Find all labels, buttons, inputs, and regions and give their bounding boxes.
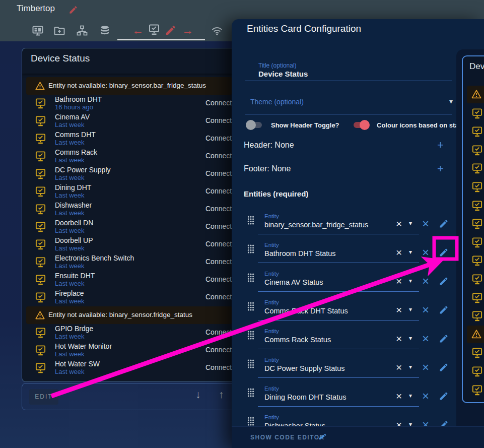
edit-card-button[interactable]: EDIT (29, 389, 58, 405)
show-header-toggle-switch[interactable] (246, 120, 263, 130)
clear-entity-icon[interactable]: × (396, 390, 402, 402)
entity-caret-down-icon[interactable]: ▾ (409, 220, 412, 227)
clear-entity-icon[interactable]: × (396, 275, 402, 287)
move-card-up-icon[interactable]: ↑ (219, 389, 224, 401)
clear-entity-icon[interactable]: × (396, 333, 402, 345)
title-field-input[interactable]: Device Status (258, 70, 308, 78)
remove-row-icon[interactable]: × (422, 360, 429, 374)
add-footer-plus-icon[interactable]: + (437, 162, 444, 175)
remove-row-icon[interactable]: × (422, 217, 429, 231)
drag-handle-icon[interactable] (245, 300, 256, 313)
edit-row-pencil-icon[interactable] (439, 391, 449, 401)
edit-tab-pencil-icon[interactable] (165, 24, 177, 36)
tab-monitor-check-icon[interactable] (148, 24, 160, 36)
remove-row-icon[interactable]: × (422, 274, 429, 288)
entity-row[interactable]: Dining DHT Last week Connected (22, 183, 236, 201)
entity-last-changed[interactable]: Last week (55, 139, 85, 146)
show-code-editor-button[interactable]: SHOW CODE EDITOR (250, 434, 325, 441)
monitor-check-icon (471, 126, 483, 138)
entity-row[interactable]: Comms DHT Last week Connected (22, 130, 236, 148)
entity-field-value[interactable]: DC Power Supply Status (264, 364, 345, 372)
tab-sitemap-icon[interactable] (76, 25, 88, 37)
entity-last-changed[interactable]: Last week (55, 262, 85, 270)
clear-entity-icon[interactable]: × (396, 246, 402, 259)
entity-row[interactable]: Comms Rack Last week Connected (22, 148, 236, 165)
entity-field-value[interactable]: Comms Rack Status (264, 336, 331, 344)
edit-title-pencil-icon[interactable] (68, 5, 78, 15)
drag-handle-icon[interactable] (245, 271, 256, 284)
entity-last-changed[interactable]: Last week (55, 121, 85, 129)
theme-select-label[interactable]: Theme (optional) (250, 98, 304, 106)
entity-row[interactable]: Cinema AV Last week Connected (22, 112, 236, 130)
add-header-plus-icon[interactable]: + (437, 139, 444, 152)
monitor-check-icon (471, 218, 483, 230)
colour-icons-toggle-switch[interactable] (353, 120, 370, 130)
entity-field-value[interactable]: Bathroom DHT Status (264, 249, 336, 258)
entity-last-changed[interactable]: Last week (55, 191, 85, 199)
entity-last-changed[interactable]: Last week (55, 297, 85, 305)
entity-row[interactable]: Bathroom DHT 16 hours ago Connected (22, 95, 236, 112)
monitor-check-icon (471, 292, 483, 304)
entity-row[interactable]: Ensuite DHT Last week Connected (22, 271, 236, 289)
entity-last-changed[interactable]: Last week (55, 174, 85, 181)
entity-caret-down-icon[interactable]: ▾ (409, 277, 412, 284)
entity-row[interactable]: GPIO Brdge Last week Connected (22, 324, 236, 342)
edit-row-pencil-icon[interactable] (439, 247, 449, 258)
preview-entity-row (463, 381, 484, 400)
entity-row[interactable]: Hot Water SW Last week Connected (22, 359, 236, 377)
drag-handle-icon[interactable] (245, 386, 256, 399)
entity-row[interactable]: Fireplace Last week Connected (22, 289, 236, 306)
entity-last-changed[interactable]: Last week (55, 209, 85, 217)
entity-last-changed[interactable]: Last week (55, 280, 85, 287)
entity-field-value[interactable]: Dining Room DHT Status (264, 393, 347, 401)
entity-field-value[interactable]: binary_sensor.bar_fridge_status (264, 221, 368, 229)
entity-caret-down-icon[interactable]: ▾ (409, 363, 412, 370)
entity-last-changed[interactable]: Last week (55, 368, 85, 375)
entity-caret-down-icon[interactable]: ▾ (409, 306, 412, 313)
warning-icon (471, 329, 482, 340)
tab-dashboard-icon[interactable] (32, 25, 44, 37)
entity-field-value[interactable]: Comms Rack DHT Status (264, 307, 348, 315)
move-tab-right-icon[interactable]: → (182, 23, 193, 37)
entity-last-changed[interactable]: 16 hours ago (55, 103, 93, 111)
remove-row-icon[interactable]: × (422, 332, 429, 346)
entity-last-changed[interactable]: Last week (55, 227, 85, 234)
edit-row-pencil-icon[interactable] (439, 362, 449, 372)
tab-database-icon[interactable] (99, 25, 111, 37)
entity-row[interactable]: Hot Water Monitor Last week Connected (22, 342, 236, 359)
theme-caret-down-icon[interactable]: ▾ (449, 97, 453, 105)
entity-caret-down-icon[interactable]: ▾ (409, 392, 412, 399)
entity-last-changed[interactable]: Last week (55, 333, 85, 340)
remove-row-icon[interactable]: × (422, 303, 429, 317)
drag-handle-icon[interactable] (245, 329, 256, 342)
drag-handle-icon[interactable] (245, 357, 256, 370)
remove-row-icon[interactable]: × (422, 389, 429, 403)
move-card-down-icon[interactable]: ↓ (195, 389, 201, 401)
warning-icon (35, 310, 45, 321)
entity-last-changed[interactable]: Last week (55, 350, 85, 358)
entity-row[interactable]: Doorbell DN Last week Connected (22, 218, 236, 236)
entity-row[interactable]: Electronics Bench Switch Last week Conne… (22, 253, 236, 271)
move-tab-left-icon[interactable]: ← (132, 23, 144, 37)
entity-field-value[interactable]: Cinema AV Status (264, 278, 323, 286)
monitor-check-icon (35, 345, 46, 356)
clear-entity-icon[interactable]: × (396, 218, 402, 230)
entity-last-changed[interactable]: Last week (55, 244, 85, 252)
drag-handle-icon[interactable] (245, 242, 256, 255)
remove-row-icon[interactable]: × (422, 245, 429, 260)
edit-row-pencil-icon[interactable] (439, 334, 449, 344)
tab-folder-upload-icon[interactable] (53, 25, 65, 37)
clear-entity-icon[interactable]: × (396, 304, 402, 316)
entity-row[interactable]: Dishwasher Last week Connected (22, 201, 236, 218)
edit-row-pencil-icon[interactable] (439, 305, 449, 315)
edit-row-pencil-icon[interactable] (439, 276, 449, 286)
entity-last-changed[interactable]: Last week (55, 156, 85, 164)
entity-caret-down-icon[interactable]: ▾ (409, 335, 412, 342)
entity-row[interactable]: DC Power Supply Last week Connected (22, 165, 236, 183)
entity-caret-down-icon[interactable]: ▾ (409, 248, 412, 255)
edit-row-pencil-icon[interactable] (439, 219, 449, 229)
clear-entity-icon[interactable]: × (396, 361, 402, 373)
drag-handle-icon[interactable] (245, 214, 256, 227)
entity-row[interactable]: Doorbell UP Last week Connected (22, 236, 236, 253)
wifi-tab-icon[interactable] (211, 25, 223, 37)
